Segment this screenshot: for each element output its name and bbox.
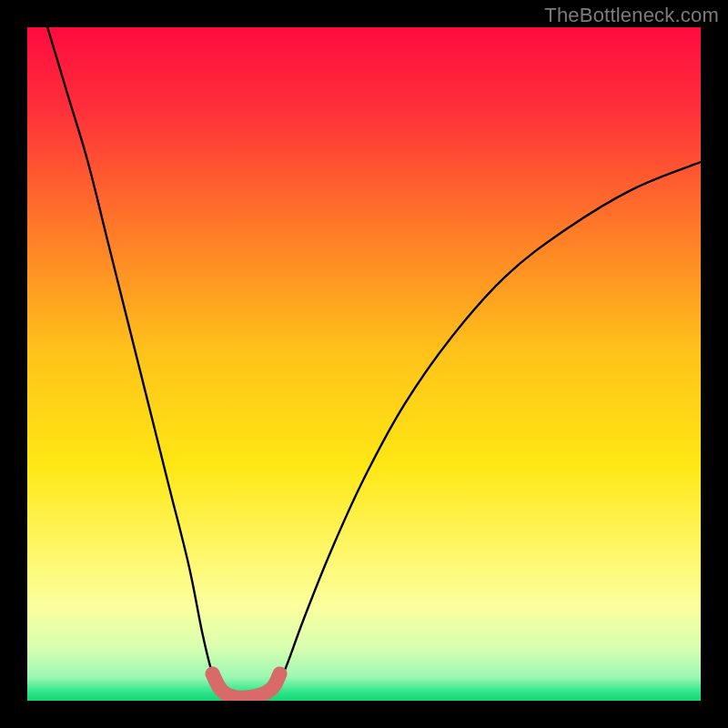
curve-layer: [27, 27, 701, 701]
curve-left-branch: [47, 27, 222, 694]
curve-right-branch: [269, 162, 701, 694]
outer-frame: TheBottleneck.com: [0, 0, 728, 728]
bottleneck-marker-icon: [213, 673, 280, 697]
watermark-label: TheBottleneck.com: [544, 4, 719, 27]
plot-area: [27, 27, 701, 701]
